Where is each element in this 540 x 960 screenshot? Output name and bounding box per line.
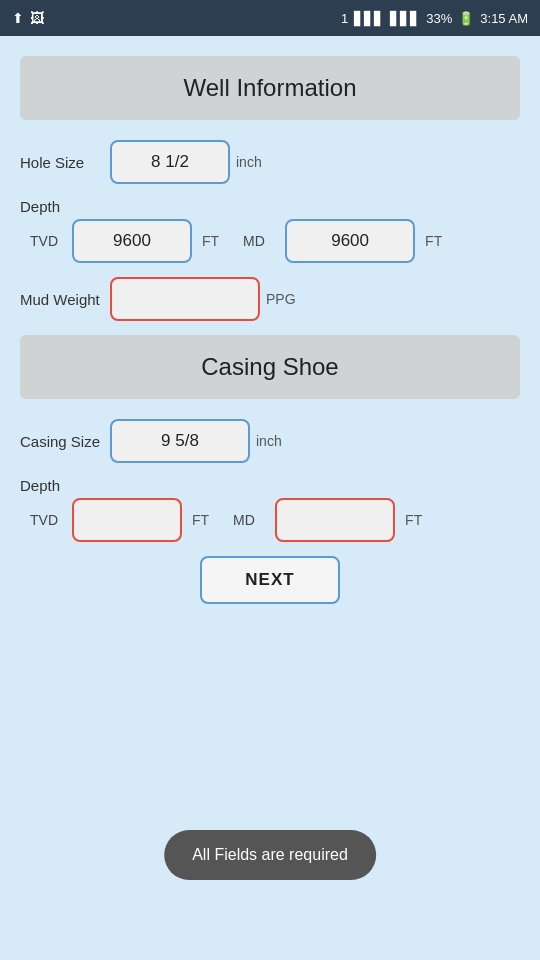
well-tvd-unit: FT [202, 233, 219, 249]
signal-bars-icon: ▋▋▋ [354, 11, 384, 26]
casing-tvd-input[interactable] [72, 498, 182, 542]
well-md-input[interactable] [285, 219, 415, 263]
casing-depth-label: Depth [20, 477, 110, 494]
casing-md-input[interactable] [275, 498, 395, 542]
well-depth-label-row: Depth [20, 198, 520, 215]
signal-bars-2-icon: ▋▋▋ [390, 11, 420, 26]
casing-tvd-label: TVD [30, 512, 62, 528]
sim-icon: 1 [341, 11, 348, 26]
casing-size-unit: inch [256, 433, 282, 449]
casing-md-label: MD [233, 512, 265, 528]
casing-size-row: Casing Size inch [20, 419, 520, 463]
hole-size-input[interactable] [110, 140, 230, 184]
casing-tvd-unit: FT [192, 512, 209, 528]
casing-shoe-title: Casing Shoe [201, 353, 338, 380]
mud-weight-label: Mud Weight [20, 291, 110, 308]
battery-percent: 33% [426, 11, 452, 26]
upload-icon: ⬆ [12, 10, 24, 26]
status-bar: ⬆ 🖼 1 ▋▋▋ ▋▋▋ 33% 🔋 3:15 AM [0, 0, 540, 36]
casing-size-input[interactable] [110, 419, 250, 463]
mud-weight-input[interactable] [110, 277, 260, 321]
main-content: Well Information Hole Size inch Depth TV… [0, 36, 540, 604]
casing-shoe-header: Casing Shoe [20, 335, 520, 399]
well-info-header: Well Information [20, 56, 520, 120]
next-button[interactable]: NEXT [200, 556, 340, 604]
status-bar-right: 1 ▋▋▋ ▋▋▋ 33% 🔋 3:15 AM [341, 11, 528, 26]
well-depth-label: Depth [20, 198, 110, 215]
mud-weight-unit: PPG [266, 291, 296, 307]
hole-size-unit: inch [236, 154, 262, 170]
well-info-title: Well Information [184, 74, 357, 101]
hole-size-label: Hole Size [20, 154, 110, 171]
toast-message: All Fields are required [164, 830, 376, 880]
hole-size-row: Hole Size inch [20, 140, 520, 184]
casing-size-label: Casing Size [20, 433, 110, 450]
casing-depth-label-row: Depth [20, 477, 520, 494]
image-icon: 🖼 [30, 10, 44, 26]
mud-weight-row: Mud Weight PPG [20, 277, 520, 321]
well-md-label: MD [243, 233, 275, 249]
clock: 3:15 AM [480, 11, 528, 26]
well-md-unit: FT [425, 233, 442, 249]
casing-md-unit: FT [405, 512, 422, 528]
well-depth-sub-row: TVD FT MD FT [20, 219, 520, 263]
well-tvd-input[interactable] [72, 219, 192, 263]
status-bar-left: ⬆ 🖼 [12, 10, 44, 26]
battery-icon: 🔋 [458, 11, 474, 26]
well-tvd-label: TVD [30, 233, 62, 249]
casing-depth-sub-row: TVD FT MD FT [20, 498, 520, 542]
